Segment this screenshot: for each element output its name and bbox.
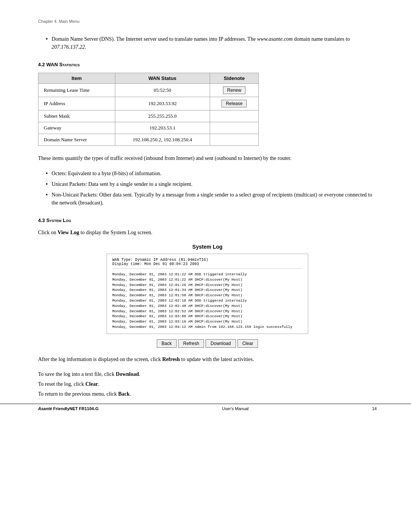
intro-bullet-section: • Domain Name Server (DNS). The Internet…: [38, 35, 377, 51]
back-button[interactable]: Back: [157, 339, 177, 348]
system-log-section: 4.3 System Log Click on View Log to disp…: [38, 217, 377, 398]
system-log-heading-prefix: 4.3: [38, 217, 46, 223]
system-log-heading-suffix: Log: [61, 217, 71, 223]
log-entry: Monday, December 01, 2003 12:01:50 AM DH…: [112, 293, 303, 298]
table-cell-status-4: 192.203.53.1: [115, 122, 210, 134]
table-cell-item-3: Subnet Mask: [38, 110, 115, 122]
table-header-item: Item: [38, 73, 115, 84]
bullet-dot: •: [46, 191, 48, 199]
log-entry: Monday, December 01, 2003 12:03:00 AM DH…: [112, 314, 303, 319]
log-header-line1: WAN Type: Dynamic IP Address (R1.94m1vTI…: [112, 258, 303, 262]
system-log-intro: Click on View Log to display the System …: [38, 228, 377, 237]
wan-heading-suffix: Statistics: [58, 62, 80, 67]
intro-bullet-text: Domain Name Server (DNS). The Internet s…: [52, 35, 377, 51]
table-cell-sidenote-4: [210, 122, 258, 134]
system-log-heading: 4.3 System Log: [38, 217, 377, 223]
clear-bold: Clear: [85, 381, 98, 387]
system-log-title: System Log: [38, 244, 377, 250]
log-entry: Monday, December 01, 2003 12:01:22 AM DH…: [112, 277, 303, 283]
table-cell-sidenote-5: [210, 134, 258, 146]
table-cell-sidenote-2: Release: [210, 97, 258, 110]
wan-section-heading: 4.2 WAN Statistics: [38, 62, 377, 67]
bullet-nonunicast-text: Non-Unicast Packets: Other data sent. Ty…: [52, 191, 377, 207]
log-header: WAN Type: Dynamic IP Address (R1.94m1vTI…: [112, 258, 303, 269]
table-row: Gateway 192.203.53.1: [38, 122, 259, 134]
footer-page-number: 14: [372, 406, 377, 411]
intro-bullet-item: • Domain Name Server (DNS). The Internet…: [38, 35, 377, 51]
website-italic: www.asante.com: [257, 36, 293, 42]
footer-brand: Asanté FriendlyNET FR1104-G: [38, 406, 99, 411]
after-log-text-3: To reset the log, click Clear.: [38, 380, 377, 388]
bullet-dot: •: [46, 169, 48, 178]
table-row: Remaining Lease Time 05:52:50 Renew: [38, 84, 259, 97]
log-entry: Monday, December 01, 2003 12:03:16 AM DH…: [112, 319, 303, 324]
table-row: IP Address 192.203.53.92 Release: [38, 97, 259, 110]
table-cell-sidenote-3: [210, 110, 258, 122]
table-header-wan-status: WAN Status: [115, 73, 210, 84]
wan-heading-wan: WAN: [46, 62, 58, 67]
system-log-ui: System Log WAN Type: Dynamic IP Address …: [38, 244, 377, 347]
log-entry: Monday, December 01, 2003 12:01:22 AM DO…: [112, 272, 303, 277]
after-log-text-2: To save the log into a text file, click …: [38, 370, 377, 379]
log-entry: Monday, December 01, 2003 12:04:12 AM Ad…: [112, 324, 303, 330]
bullet-octets: • Octets: Equivalent to a byte (8-bits) …: [38, 169, 377, 178]
log-box-inner: WAN Type: Dynamic IP Address (R1.94m1vTI…: [107, 254, 308, 333]
footer-manual: User's Manual: [222, 406, 249, 411]
bullet-unicast: • Unicast Packets: Data sent by a single…: [38, 180, 377, 189]
ip-italic: 207.176.137.22: [52, 44, 85, 50]
table-cell-item-4: Gateway: [38, 122, 115, 134]
release-button[interactable]: Release: [221, 100, 247, 107]
footer: Asanté FriendlyNET FR1104-G User's Manua…: [0, 404, 411, 411]
renew-button[interactable]: Renew: [223, 86, 245, 94]
table-cell-status-5: 192.108.250.2, 192.108.250.4: [115, 134, 210, 146]
download-bold: Download: [116, 371, 139, 377]
after-log-text-1: After the log information is displayed o…: [38, 355, 377, 364]
traffic-description: These items quantify the types of traffi…: [38, 154, 377, 163]
bullet-dot: •: [46, 180, 48, 189]
bullet-unicast-text: Unicast Packets: Data sent by a single s…: [52, 180, 193, 188]
log-entries: Monday, December 01, 2003 12:01:22 AM DO…: [112, 272, 303, 329]
log-entry: Monday, December 01, 2003 12:01:26 AM DH…: [112, 283, 303, 288]
log-header-line2: Display time: Mon Dec 01 00:04:23 2003: [112, 262, 303, 266]
table-cell-sidenote-1: Renew: [210, 84, 258, 97]
table-cell-item-1: Remaining Lease Time: [38, 84, 115, 97]
table-cell-item-2: IP Address: [38, 97, 115, 110]
log-entry: Monday, December 01, 2003 12:02:10 AM DO…: [112, 298, 303, 304]
log-box: WAN Type: Dynamic IP Address (R1.94m1vTI…: [107, 254, 308, 334]
chapter-header: Chapter 4. Main Menu: [38, 19, 377, 24]
view-log-bold: View Log: [57, 230, 79, 235]
after-log-text-4: To return to the previous menu, click Ba…: [38, 390, 377, 398]
system-log-heading-main: System: [46, 217, 62, 223]
wan-table: Item WAN Status Sidenote Remaining Lease…: [38, 73, 259, 146]
bullet-nonunicast: • Non-Unicast Packets: Other data sent. …: [38, 191, 377, 207]
download-button[interactable]: Download: [206, 339, 236, 348]
clear-button[interactable]: Clear: [237, 339, 258, 348]
back-bold: Back: [118, 391, 130, 397]
refresh-button[interactable]: Refresh: [178, 339, 204, 348]
table-cell-status-1: 05:52:50: [115, 84, 210, 97]
traffic-bullets: • Octets: Equivalent to a byte (8-bits) …: [38, 169, 377, 207]
log-entry: Monday, December 01, 2003 12:02:48 AM DH…: [112, 304, 303, 309]
table-cell-status-2: 192.203.53.92: [115, 97, 210, 110]
wan-heading-prefix: 4.2: [38, 62, 46, 67]
bullet-dot: •: [46, 35, 48, 43]
log-entry: Monday, December 01, 2003 12:02:52 AM DH…: [112, 309, 303, 314]
table-cell-item-5: Domain Name Server: [38, 134, 115, 146]
bullet-octets-text: Octets: Equivalent to a byte (8-bits) of…: [52, 169, 161, 177]
page: Chapter 4. Main Menu • Domain Name Serve…: [0, 0, 411, 422]
table-cell-status-3: 255.255.255.0: [115, 110, 210, 122]
log-entry: Monday, December 01, 2003 12:01:34 AM DH…: [112, 288, 303, 293]
table-row: Domain Name Server 192.108.250.2, 192.10…: [38, 134, 259, 146]
refresh-bold: Refresh: [162, 356, 180, 362]
log-buttons: Back Refresh Download Clear: [38, 339, 377, 348]
table-header-sidenote: Sidenote: [210, 73, 258, 84]
table-row: Subnet Mask 255.255.255.0: [38, 110, 259, 122]
